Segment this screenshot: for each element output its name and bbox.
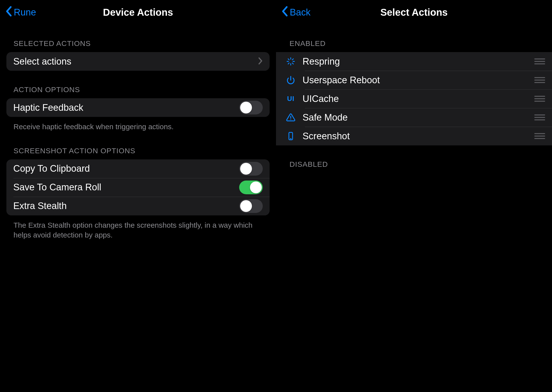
section-header-disabled: DISABLED [276,145,552,173]
action-row-screenshot[interactable]: Screenshot [276,127,552,145]
drag-handle-icon[interactable] [534,77,545,83]
navbar-right: Back Select Actions [276,0,552,25]
extra-stealth-row: Extra Stealth [6,197,270,215]
device-actions-panel: Rune Device Actions SELECTED ACTIONS Sel… [0,0,276,392]
save-camera-roll-toggle[interactable] [239,181,263,194]
drag-handle-icon[interactable] [534,133,545,139]
svg-line-6 [288,63,289,64]
respring-icon [276,52,298,71]
drag-handle-icon[interactable] [534,58,545,64]
action-label: Userspace Reboot [298,75,534,85]
action-row-uicache[interactable]: UI UICache [276,89,552,108]
section-header-screenshot-options: SCREENSHOT ACTION OPTIONS [0,132,276,159]
select-actions-panel: Back Select Actions ENABLED Respring [276,0,552,392]
select-actions-row[interactable]: Select actions [6,52,270,71]
screenshot-options-footer: The Extra Stealth option changes the scr… [0,215,276,240]
navbar-left: Rune Device Actions [0,0,276,25]
extra-stealth-label: Extra Stealth [13,201,239,211]
extra-stealth-toggle[interactable] [239,199,263,213]
group-screenshot-options: Copy To Clipboard Save To Camera Roll Ex… [6,159,270,215]
action-options-footer: Receive haptic feedback when triggering … [0,117,276,132]
drag-handle-icon[interactable] [534,114,545,120]
power-icon [276,71,298,89]
copy-clipboard-label: Copy To Clipboard [13,163,239,174]
page-title: Device Actions [0,7,276,18]
select-actions-label: Select actions [13,56,258,67]
section-header-selected-actions: SELECTED ACTIONS [0,25,276,52]
section-header-enabled: ENABLED [276,25,552,52]
haptic-feedback-toggle[interactable] [239,101,263,114]
haptic-feedback-row: Haptic Feedback [6,98,270,117]
action-label: Screenshot [298,131,534,141]
action-label: Safe Mode [298,112,534,123]
copy-clipboard-toggle[interactable] [239,162,263,176]
svg-point-10 [290,119,291,120]
action-row-respring[interactable]: Respring [276,52,552,71]
section-header-action-options: ACTION OPTIONS [0,71,276,98]
group-enabled: Respring Userspace Reboot UI UICache [276,52,552,145]
save-camera-roll-row: Save To Camera Roll [6,178,270,197]
group-action-options: Haptic Feedback [6,98,270,117]
chevron-right-icon [258,57,263,66]
warning-icon [276,108,298,127]
action-row-userspace-reboot[interactable]: Userspace Reboot [276,71,552,89]
phone-icon [276,127,298,145]
svg-line-3 [292,63,293,64]
action-label: Respring [298,56,534,67]
group-selected-actions: Select actions [6,52,270,71]
ui-icon: UI [276,89,298,108]
copy-clipboard-row: Copy To Clipboard [6,159,270,178]
save-camera-roll-label: Save To Camera Roll [13,182,239,193]
svg-line-7 [292,59,293,60]
drag-handle-icon[interactable] [534,96,545,102]
action-row-safe-mode[interactable]: Safe Mode [276,108,552,127]
svg-line-2 [288,59,289,60]
page-title: Select Actions [276,7,552,18]
action-label: UICache [298,94,534,104]
haptic-feedback-label: Haptic Feedback [13,102,239,113]
